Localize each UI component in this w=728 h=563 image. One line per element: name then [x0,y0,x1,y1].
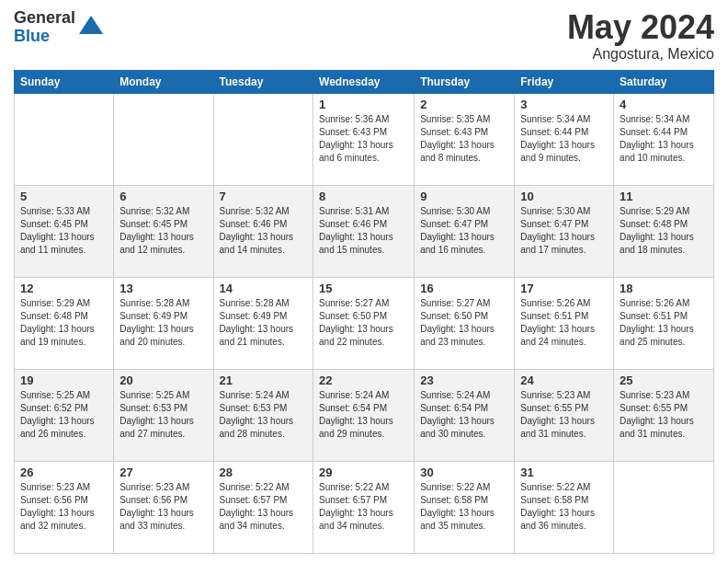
calendar: Sunday Monday Tuesday Wednesday Thursday… [14,70,714,554]
day-number: 26 [20,465,108,479]
logo: General Blue [14,9,105,46]
day-info: Sunrise: 5:33 AM Sunset: 6:45 PM Dayligh… [20,205,108,257]
day-info: Sunrise: 5:35 AM Sunset: 6:43 PM Dayligh… [420,113,508,165]
day-info: Sunrise: 5:32 AM Sunset: 6:46 PM Dayligh… [220,205,308,257]
day-cell-3-6: 25Sunrise: 5:23 AM Sunset: 6:55 PM Dayli… [614,369,714,461]
day-info: Sunrise: 5:30 AM Sunset: 6:47 PM Dayligh… [520,205,608,257]
day-number: 17 [520,282,608,295]
day-number: 25 [620,373,708,387]
header-friday: Friday [515,70,614,93]
day-number: 18 [620,282,708,295]
day-info: Sunrise: 5:34 AM Sunset: 6:44 PM Dayligh… [620,113,708,165]
day-number: 9 [420,190,508,203]
day-info: Sunrise: 5:29 AM Sunset: 6:48 PM Dayligh… [20,297,108,349]
day-number: 16 [420,282,508,295]
header-wednesday: Wednesday [313,70,415,93]
day-number: 2 [420,98,508,111]
day-number: 6 [119,190,207,203]
day-number: 4 [620,98,708,111]
day-number: 5 [20,190,108,203]
day-cell-1-2: 7Sunrise: 5:32 AM Sunset: 6:46 PM Daylig… [213,185,313,277]
day-info: Sunrise: 5:30 AM Sunset: 6:47 PM Dayligh… [420,205,508,257]
day-info: Sunrise: 5:23 AM Sunset: 6:55 PM Dayligh… [620,389,708,441]
header-row: Sunday Monday Tuesday Wednesday Thursday… [15,70,714,93]
day-cell-0-0 [15,93,114,185]
day-info: Sunrise: 5:26 AM Sunset: 6:51 PM Dayligh… [520,297,608,349]
day-info: Sunrise: 5:23 AM Sunset: 6:56 PM Dayligh… [119,481,207,533]
day-cell-0-4: 2Sunrise: 5:35 AM Sunset: 6:43 PM Daylig… [415,93,515,185]
day-number: 22 [319,373,408,387]
header-monday: Monday [114,70,213,93]
day-cell-3-3: 22Sunrise: 5:24 AM Sunset: 6:54 PM Dayli… [313,369,415,461]
day-info: Sunrise: 5:24 AM Sunset: 6:53 PM Dayligh… [220,389,308,441]
week-row-0: 1Sunrise: 5:36 AM Sunset: 6:43 PM Daylig… [15,93,714,185]
day-info: Sunrise: 5:24 AM Sunset: 6:54 PM Dayligh… [319,389,408,441]
month-title: May 2024 [567,9,714,46]
week-row-1: 5Sunrise: 5:33 AM Sunset: 6:45 PM Daylig… [15,185,714,277]
day-cell-0-3: 1Sunrise: 5:36 AM Sunset: 6:43 PM Daylig… [313,93,415,185]
day-info: Sunrise: 5:34 AM Sunset: 6:44 PM Dayligh… [520,113,608,165]
week-row-2: 12Sunrise: 5:29 AM Sunset: 6:48 PM Dayli… [15,277,714,369]
day-info: Sunrise: 5:28 AM Sunset: 6:49 PM Dayligh… [119,297,207,349]
day-cell-1-4: 9Sunrise: 5:30 AM Sunset: 6:47 PM Daylig… [415,185,515,277]
day-cell-3-5: 24Sunrise: 5:23 AM Sunset: 6:55 PM Dayli… [515,369,614,461]
day-info: Sunrise: 5:36 AM Sunset: 6:43 PM Dayligh… [319,113,408,165]
day-cell-2-6: 18Sunrise: 5:26 AM Sunset: 6:51 PM Dayli… [614,277,714,369]
day-cell-1-0: 5Sunrise: 5:33 AM Sunset: 6:45 PM Daylig… [15,185,114,277]
day-info: Sunrise: 5:22 AM Sunset: 6:58 PM Dayligh… [420,481,508,533]
svg-marker-0 [79,16,103,34]
day-info: Sunrise: 5:22 AM Sunset: 6:57 PM Dayligh… [319,481,408,533]
day-cell-0-6: 4Sunrise: 5:34 AM Sunset: 6:44 PM Daylig… [614,93,714,185]
location: Angostura, Mexico [567,46,714,63]
day-number: 31 [520,465,608,479]
day-cell-2-2: 14Sunrise: 5:28 AM Sunset: 6:49 PM Dayli… [213,277,313,369]
day-info: Sunrise: 5:22 AM Sunset: 6:58 PM Dayligh… [520,481,608,533]
day-info: Sunrise: 5:23 AM Sunset: 6:56 PM Dayligh… [20,481,108,533]
day-cell-4-3: 29Sunrise: 5:22 AM Sunset: 6:57 PM Dayli… [313,461,415,553]
week-row-3: 19Sunrise: 5:25 AM Sunset: 6:52 PM Dayli… [15,369,714,461]
day-number: 15 [319,282,408,295]
day-info: Sunrise: 5:27 AM Sunset: 6:50 PM Dayligh… [420,297,508,349]
day-cell-0-5: 3Sunrise: 5:34 AM Sunset: 6:44 PM Daylig… [515,93,614,185]
day-number: 30 [420,465,508,479]
day-number: 24 [520,373,608,387]
logo-blue: Blue [14,28,75,46]
logo-general: General [14,9,75,28]
day-number: 21 [220,373,308,387]
logo-icon [77,14,105,41]
day-number: 19 [20,373,108,387]
day-cell-1-3: 8Sunrise: 5:31 AM Sunset: 6:46 PM Daylig… [313,185,415,277]
calendar-header: Sunday Monday Tuesday Wednesday Thursday… [15,70,714,93]
header-saturday: Saturday [614,70,714,93]
header-thursday: Thursday [415,70,515,93]
day-cell-3-4: 23Sunrise: 5:24 AM Sunset: 6:54 PM Dayli… [415,369,515,461]
day-info: Sunrise: 5:22 AM Sunset: 6:57 PM Dayligh… [220,481,308,533]
day-number: 1 [319,98,408,111]
day-number: 7 [220,190,308,203]
day-cell-3-2: 21Sunrise: 5:24 AM Sunset: 6:53 PM Dayli… [213,369,313,461]
day-cell-4-2: 28Sunrise: 5:22 AM Sunset: 6:57 PM Dayli… [213,461,313,553]
day-number: 12 [20,282,108,295]
day-info: Sunrise: 5:24 AM Sunset: 6:54 PM Dayligh… [420,389,508,441]
logo-text: General Blue [14,9,75,46]
day-cell-2-4: 16Sunrise: 5:27 AM Sunset: 6:50 PM Dayli… [415,277,515,369]
day-info: Sunrise: 5:25 AM Sunset: 6:52 PM Dayligh… [20,389,108,441]
day-cell-1-5: 10Sunrise: 5:30 AM Sunset: 6:47 PM Dayli… [515,185,614,277]
day-info: Sunrise: 5:29 AM Sunset: 6:48 PM Dayligh… [620,205,708,257]
day-number: 11 [620,190,708,203]
header-tuesday: Tuesday [213,70,313,93]
day-info: Sunrise: 5:23 AM Sunset: 6:55 PM Dayligh… [520,389,608,441]
day-cell-3-0: 19Sunrise: 5:25 AM Sunset: 6:52 PM Dayli… [15,369,114,461]
day-number: 14 [220,282,308,295]
header: General Blue May 2024 Angostura, Mexico [14,9,714,63]
day-cell-2-1: 13Sunrise: 5:28 AM Sunset: 6:49 PM Dayli… [114,277,213,369]
day-cell-2-0: 12Sunrise: 5:29 AM Sunset: 6:48 PM Dayli… [15,277,114,369]
day-number: 20 [119,373,207,387]
title-block: May 2024 Angostura, Mexico [567,9,714,63]
day-cell-1-6: 11Sunrise: 5:29 AM Sunset: 6:48 PM Dayli… [614,185,714,277]
day-info: Sunrise: 5:28 AM Sunset: 6:49 PM Dayligh… [220,297,308,349]
page: General Blue May 2024 Angostura, Mexico … [0,0,728,563]
header-sunday: Sunday [15,70,114,93]
day-cell-4-0: 26Sunrise: 5:23 AM Sunset: 6:56 PM Dayli… [15,461,114,553]
day-cell-1-1: 6Sunrise: 5:32 AM Sunset: 6:45 PM Daylig… [114,185,213,277]
